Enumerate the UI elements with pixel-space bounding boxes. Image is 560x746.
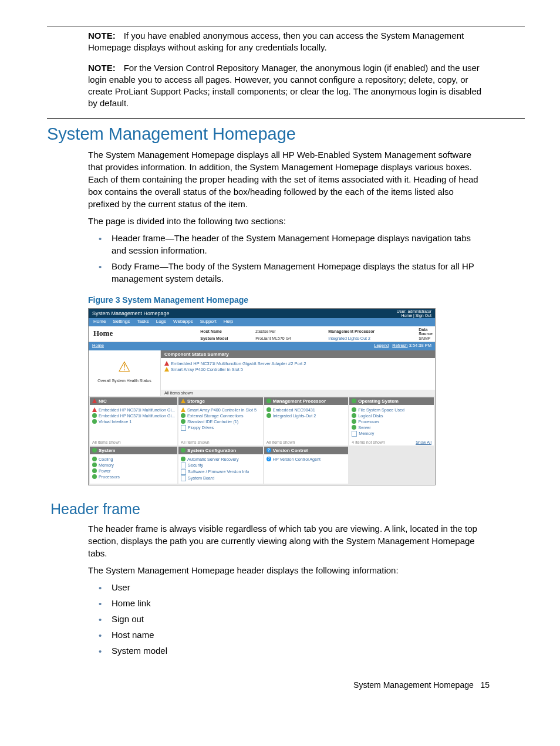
- shot-menu[interactable]: HomeSettingsTasksLogsWebappsSupportHelp: [89, 318, 435, 326]
- heading-smh: System Management Homepage: [47, 124, 525, 144]
- card-version-control[interactable]: ?Version Control ?HP Version Control Age…: [264, 447, 349, 484]
- hf-para-2: The System Management Homepage header di…: [88, 564, 484, 576]
- show-all-link[interactable]: Show All: [416, 440, 431, 444]
- section-body-frame: Body Frame—The body of the System Manage…: [99, 260, 484, 285]
- legend-link[interactable]: Legend: [374, 343, 389, 348]
- critical-icon: [164, 361, 169, 366]
- card-mgmt-proc[interactable]: Management Processor Embedded NEC98431 I…: [264, 397, 349, 445]
- screenshot-smh: System Management Homepage User: adminis…: [88, 308, 436, 485]
- section-header-frame: Header frame—The header of the System Ma…: [99, 232, 484, 256]
- breadcrumb[interactable]: Home: [92, 343, 104, 350]
- hf-list-sysmodel: System model: [99, 644, 484, 657]
- para-2: The page is divided into the following t…: [88, 215, 484, 227]
- refresh-link[interactable]: Refresh: [392, 343, 407, 348]
- hf-para-1: The header frame is always visible regar…: [88, 522, 484, 559]
- health-status-icon: ⚠: [91, 359, 158, 375]
- heading-header-frame: Header frame: [50, 501, 525, 518]
- shot-page-title: Home: [89, 326, 198, 342]
- hf-list-user: User: [99, 581, 484, 593]
- note-2: NOTE:For the Version Control Repository …: [88, 62, 484, 110]
- card-sysconfig[interactable]: System Configuration Automatic Server Re…: [178, 447, 263, 484]
- para-1: The System Management Homepage displays …: [88, 148, 484, 210]
- card-nic[interactable]: NIC Embedded HP NC371i Multifunction Gi.…: [90, 397, 177, 445]
- hf-list-signout: Sign out: [99, 613, 484, 625]
- card-system[interactable]: System Cooling Memory Power Processors: [90, 447, 177, 484]
- component-summary-header: Component Status Summary: [161, 350, 435, 358]
- health-label: Overall System Health Status: [91, 379, 158, 383]
- note-1: NOTE:If you have enabled anonymous acces…: [88, 30, 484, 54]
- hf-list-home: Home link: [99, 597, 484, 609]
- figure-caption: Figure 3 System Management Homepage: [88, 295, 484, 305]
- hf-list-hostname: Host name: [99, 629, 484, 641]
- page-footer: System Management Homepage 15: [47, 680, 490, 690]
- warning-icon: [164, 367, 169, 372]
- card-storage[interactable]: Storage Smart Array P400 Controller in S…: [178, 397, 263, 445]
- card-os[interactable]: Operating System File System Space Used …: [349, 397, 434, 445]
- shot-title: System Management Homepage: [92, 310, 170, 316]
